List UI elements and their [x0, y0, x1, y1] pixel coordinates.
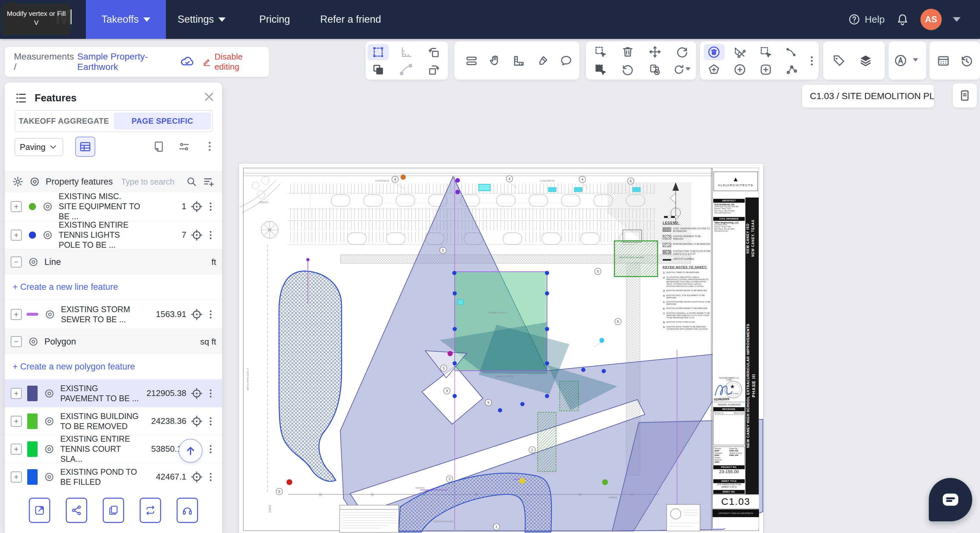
erase-region-tool[interactable] [706, 45, 721, 60]
table-view-toggle[interactable] [75, 136, 95, 157]
visibility-icon[interactable] [43, 416, 55, 427]
nav-settings[interactable]: Settings [178, 0, 226, 39]
select-filled-area-tool[interactable] [593, 62, 608, 77]
row-menu-icon[interactable] [205, 230, 216, 241]
marquee-select-tool[interactable] [371, 45, 386, 60]
visibility-icon[interactable] [43, 443, 55, 455]
comment-tool[interactable] [559, 54, 574, 68]
data-table-button[interactable] [936, 54, 951, 68]
expand-button[interactable]: + [11, 471, 22, 482]
locate-icon[interactable] [190, 387, 203, 400]
locate-icon[interactable] [190, 228, 203, 241]
visibility-icon[interactable] [42, 229, 54, 241]
section-line[interactable]: − Line ft [5, 249, 222, 274]
feature-row[interactable]: + EXISTING ENTIRE TENNIS LIGHTS POLE TO … [5, 221, 222, 249]
visibility-icon[interactable] [27, 256, 39, 268]
expand-button[interactable]: + [11, 444, 22, 455]
rotate-left-tool[interactable] [426, 45, 441, 60]
page-thumbnails-button[interactable] [953, 84, 977, 108]
add-circle-tool[interactable] [732, 62, 747, 77]
feature-row[interactable]: + EXISTING POND TO BE FILLED 42467.1 [5, 463, 222, 491]
visibility-icon[interactable] [42, 201, 54, 213]
row-menu-icon[interactable] [205, 388, 216, 399]
breadcrumb-current[interactable]: Sample Property- Earthwork [77, 51, 172, 72]
feature-row[interactable]: + EXISTING STORM SEWER TO BE ... 1563.91 [5, 300, 222, 329]
undo-button[interactable] [620, 62, 635, 77]
user-avatar[interactable]: AS [920, 9, 942, 30]
lasso-select-tool[interactable] [758, 45, 773, 60]
disable-editing-button[interactable]: Disable editing [202, 52, 260, 72]
create-line-feature-link[interactable]: + Create a new line feature [5, 274, 222, 300]
row-menu-icon[interactable] [205, 201, 216, 212]
gear-icon[interactable] [12, 176, 24, 187]
notifications-bell-icon[interactable] [896, 13, 909, 26]
search-input[interactable]: Type to search [121, 177, 180, 187]
locate-icon[interactable] [190, 415, 203, 428]
add-polygon-tool[interactable] [706, 62, 721, 77]
account-chevron-icon[interactable] [953, 17, 961, 22]
share-button[interactable] [66, 498, 87, 523]
expand-button[interactable]: + [11, 230, 22, 241]
delete-tool[interactable] [620, 44, 635, 59]
visibility-icon[interactable] [44, 309, 56, 320]
export-button[interactable] [29, 498, 50, 523]
modify-vertex-tool[interactable] [784, 62, 799, 77]
expand-button[interactable]: + [11, 388, 22, 399]
auto-label-button[interactable] [893, 53, 908, 68]
angle-measure-tool[interactable] [399, 45, 414, 60]
nav-takeoffs[interactable]: Takeoffs [86, 0, 166, 39]
close-panel-button[interactable] [202, 90, 216, 104]
nav-refer-a-friend[interactable]: Refer a friend [320, 0, 381, 39]
tab-takeoff-aggregate[interactable]: TAKEOFF AGGREGATE [15, 117, 113, 125]
auto-label-chevron[interactable] [911, 56, 920, 64]
pan-hand-tool[interactable] [488, 54, 503, 68]
markup-pen-tool[interactable] [535, 54, 550, 68]
visibility-all-icon[interactable] [29, 176, 40, 187]
visibility-icon[interactable] [43, 388, 55, 399]
scroll-to-top-button[interactable] [178, 439, 202, 463]
section-polygon[interactable]: − Polygon sq ft [5, 329, 222, 354]
refresh-options-chevron[interactable] [684, 65, 692, 73]
row-menu-icon[interactable] [205, 471, 216, 482]
tab-page-specific[interactable]: PAGE SPECIFIC [114, 113, 211, 130]
copy-pages-button[interactable] [103, 498, 124, 523]
expand-button[interactable]: + [11, 416, 22, 427]
match-lines-tool[interactable] [464, 54, 479, 68]
search-icon[interactable] [186, 176, 197, 187]
row-menu-icon[interactable] [205, 309, 216, 320]
feature-row-selected[interactable]: + EXISTING PAVEMENT TO BE ... 212905.38 [5, 379, 222, 408]
history-button[interactable] [959, 54, 974, 68]
more-tools-menu[interactable] [804, 54, 819, 68]
rotate-right-tool[interactable] [426, 62, 441, 77]
row-menu-icon[interactable] [205, 416, 216, 427]
sync-button[interactable] [140, 498, 161, 523]
expand-button[interactable]: + [11, 309, 22, 320]
nav-pricing[interactable]: Pricing [259, 0, 290, 39]
support-button[interactable] [177, 498, 198, 523]
locate-icon[interactable] [190, 471, 203, 484]
visibility-icon[interactable] [27, 336, 39, 347]
category-select[interactable]: Paving [14, 138, 63, 156]
redo-button[interactable] [675, 44, 690, 59]
expand-button[interactable]: + [11, 201, 22, 212]
row-menu-icon[interactable] [205, 444, 216, 455]
locate-icon[interactable] [190, 200, 203, 213]
collapse-button[interactable]: − [11, 257, 22, 268]
notes-button[interactable] [152, 140, 166, 154]
select-area-tool[interactable] [593, 44, 608, 59]
bezier-curve-tool[interactable] [399, 62, 414, 77]
display-settings-button[interactable] [178, 140, 191, 154]
add-rectangle-tool[interactable] [758, 62, 773, 77]
move-tool[interactable] [648, 44, 662, 59]
visibility-icon[interactable] [43, 471, 55, 483]
tag-labels-button[interactable] [832, 53, 846, 68]
add-filter-icon[interactable] [202, 176, 215, 188]
cut-polygon-tool[interactable] [732, 45, 747, 60]
create-polygon-feature-link[interactable]: + Create a new polygon feature [5, 354, 222, 379]
locate-icon[interactable] [190, 308, 203, 321]
feature-row[interactable]: + EXISTING BUILDING TO BE REMOVED 24238.… [5, 408, 222, 435]
chat-widget-button[interactable] [929, 478, 972, 521]
feature-row[interactable]: + EXISTING MISC. SITE EQUIPMENT TO BE ..… [5, 192, 222, 221]
copy-to-tool[interactable] [648, 62, 662, 77]
layers-button[interactable] [858, 53, 873, 68]
